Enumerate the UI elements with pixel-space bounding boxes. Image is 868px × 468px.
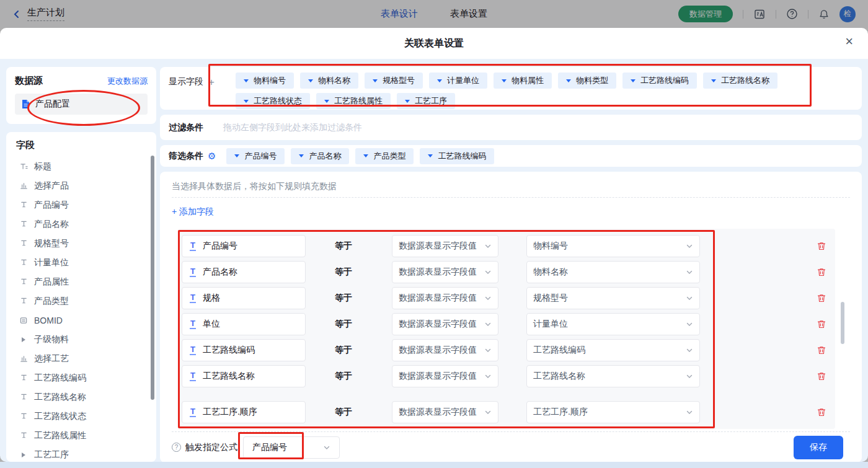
trash-icon[interactable] (817, 407, 826, 417)
trash-icon[interactable] (817, 293, 826, 303)
datasource-item-product-config[interactable]: 产品配置 (15, 94, 148, 115)
rule-target-field-input[interactable]: T工艺路线编码 (182, 339, 306, 361)
display-field-tag[interactable]: 工艺路线属性 (316, 93, 391, 109)
sift-condition-tag[interactable]: 产品编号 (226, 148, 285, 164)
field-item[interactable]: 选择工艺 (16, 349, 151, 368)
field-item[interactable]: 计量单位 (16, 253, 151, 272)
display-field-tag[interactable]: 工艺路线状态 (236, 93, 310, 109)
display-field-tag[interactable]: 物料编号 (236, 73, 294, 89)
help-circle-icon[interactable]: ? (172, 443, 181, 452)
trash-icon[interactable] (817, 345, 826, 355)
save-button[interactable]: 保存 (794, 436, 843, 459)
add-field-link[interactable]: + 添加字段 (172, 206, 850, 219)
divider (776, 10, 776, 19)
avatar[interactable]: 检 (839, 6, 856, 22)
rule-target-field-input[interactable]: T工艺工序.顺序 (182, 401, 306, 423)
chevron-down-icon (686, 320, 693, 328)
rules-table-scrollbar[interactable] (841, 302, 844, 344)
tab-form-design[interactable]: 表单设计 (381, 8, 418, 20)
topbar-tabs: 表单设计表单设置 (381, 8, 487, 20)
field-item[interactable]: 工艺路线编码 (16, 368, 151, 387)
sift-condition-tag[interactable]: 工艺路线编码 (420, 148, 494, 164)
caret-down-icon (244, 79, 249, 82)
display-field-tag[interactable]: 工艺路线编码 (622, 73, 697, 89)
rule-operator: 等于 (335, 345, 353, 356)
rule-source-type-select[interactable]: 数据源表显示字段值 (392, 313, 498, 335)
sift-condition-tag[interactable]: 产品名称 (291, 148, 349, 164)
rule-source-field-select[interactable]: 工艺路线编码 (526, 339, 700, 361)
rule-target-field-input[interactable]: T单位 (182, 313, 306, 335)
field-item[interactable]: 工艺工序 (16, 445, 151, 462)
filter-drop-placeholder[interactable]: 拖动左侧字段到此处来添加过滤条件 (223, 122, 362, 133)
translate-icon[interactable] (753, 8, 766, 20)
field-item[interactable]: 规格型号 (16, 234, 151, 253)
bom-icon (19, 316, 29, 324)
trash-icon[interactable] (817, 371, 826, 381)
display-field-tag-label: 物料属性 (512, 75, 544, 86)
field-item[interactable]: 工艺路线状态 (16, 407, 151, 426)
change-datasource-link[interactable]: 更改数据源 (107, 76, 148, 87)
sift-condition-tag-label: 产品类型 (373, 151, 405, 162)
rule-source-field-select[interactable]: 计量单位 (526, 313, 700, 335)
display-field-tag[interactable]: 规格型号 (365, 73, 423, 89)
rule-target-field-input[interactable]: T产品名称 (182, 261, 306, 283)
field-item[interactable]: 产品名称 (16, 214, 151, 234)
rule-source-type-select[interactable]: 数据源表显示字段值 (392, 339, 498, 361)
close-icon[interactable]: × (845, 35, 853, 48)
field-item[interactable]: 标题 (16, 157, 151, 176)
rule-source-type-select[interactable]: 数据源表显示字段值 (392, 365, 498, 387)
rule-target-field-value: 产品名称 (203, 267, 237, 278)
rule-target-field-input[interactable]: T工艺路线名称 (182, 365, 306, 387)
display-field-tag[interactable]: 工艺路线名称 (703, 73, 777, 89)
rule-source-field-select[interactable]: 物料编号 (526, 235, 700, 257)
rule-target-field-value: 工艺路线名称 (203, 371, 255, 382)
display-field-tag[interactable]: 物料类型 (558, 73, 616, 89)
trash-icon[interactable] (817, 319, 826, 329)
field-item[interactable]: BOMID (16, 311, 151, 330)
help-icon[interactable] (786, 8, 798, 20)
data-manage-button[interactable]: 数据管理 (678, 6, 733, 22)
trash-icon[interactable] (817, 241, 826, 251)
trigger-field-select[interactable]: 产品编号 (243, 436, 340, 459)
field-item[interactable]: 工艺路线属性 (16, 426, 151, 445)
rule-source-field-select[interactable]: 规格型号 (526, 287, 700, 309)
text-field-icon: T (190, 371, 196, 381)
rule-target-field-input[interactable]: T规格 (182, 287, 306, 309)
field-item[interactable]: 产品编号 (16, 195, 151, 214)
notification-bell-icon[interactable] (818, 9, 830, 20)
field-item[interactable]: 产品属性 (16, 272, 151, 291)
rule-source-type-select[interactable]: 数据源表显示字段值 (392, 401, 498, 423)
app-title[interactable]: 生产计划 (27, 7, 64, 21)
field-item[interactable]: 子级物料 (16, 330, 151, 349)
display-field-tag-label: 规格型号 (383, 75, 415, 86)
rule-source-field-select-value: 工艺工序.顺序 (533, 407, 588, 418)
chart-icon (19, 355, 29, 363)
display-field-tag[interactable]: 计量单位 (429, 73, 487, 89)
rule-source-field-select[interactable]: 工艺工序.顺序 (526, 401, 700, 423)
rule-source-type-select[interactable]: 数据源表显示字段值 (392, 287, 498, 309)
trash-icon[interactable] (817, 267, 826, 277)
fields-scrollbar[interactable] (151, 156, 154, 400)
rule-source-type-select[interactable]: 数据源表显示字段值 (392, 235, 498, 257)
rule-target-field-input[interactable]: T产品编号 (182, 235, 306, 257)
field-item[interactable]: 选择产品 (16, 176, 151, 195)
caret-down-icon (502, 79, 507, 82)
tab-form-settings[interactable]: 表单设置 (450, 8, 487, 20)
add-display-field-icon[interactable]: + (208, 77, 215, 87)
rule-target-field-value: 工艺工序.顺序 (203, 407, 257, 418)
text-field-icon: T (190, 267, 196, 277)
field-item-label: 标题 (34, 161, 51, 172)
display-field-tag[interactable]: 物料属性 (494, 73, 552, 89)
display-field-tag[interactable]: 工艺工序 (397, 93, 455, 109)
field-item[interactable]: 工艺路线名称 (16, 387, 151, 407)
field-item[interactable]: 产品类型 (16, 291, 151, 311)
fields-panel: 字段 标题选择产品产品编号产品名称规格型号计量单位产品属性产品类型BOMID子级… (6, 132, 156, 462)
sift-condition-tag[interactable]: 产品类型 (355, 148, 414, 164)
rule-source-field-select[interactable]: 物料名称 (526, 261, 700, 283)
display-field-tag[interactable]: 物料名称 (300, 73, 358, 89)
gear-icon[interactable]: ⚙ (208, 151, 216, 161)
rule-source-type-select[interactable]: 数据源表显示字段值 (392, 261, 498, 283)
rule-source-field-select-value: 计量单位 (533, 319, 568, 330)
rule-source-field-select[interactable]: 工艺路线名称 (526, 365, 700, 387)
back-icon[interactable] (12, 10, 21, 19)
